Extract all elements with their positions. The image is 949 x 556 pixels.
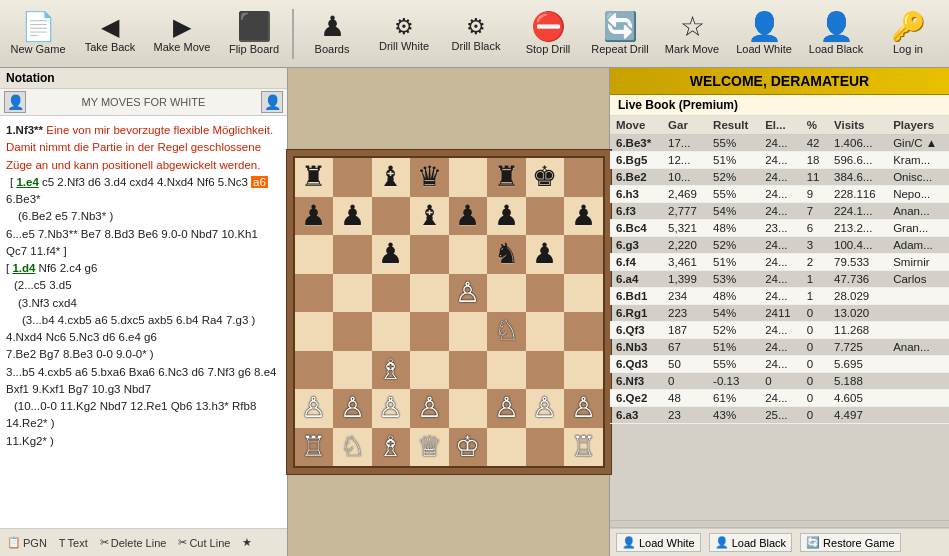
square-a4[interactable] [295,312,334,351]
square-d4[interactable] [410,312,449,351]
move-cell[interactable]: 6.Qf3 [610,322,662,339]
square-b7[interactable]: ♟ [333,197,372,236]
lb-load-white-button[interactable]: 👤 Load White [616,533,701,552]
col-players[interactable]: Players [887,116,949,135]
flip-board-button[interactable]: ⬛ Flip Board [218,2,290,66]
move-cell[interactable]: 6.Bd1 [610,288,662,305]
square-h1[interactable]: ♖ [564,428,603,467]
square-h2[interactable]: ♙ [564,389,603,428]
lb-load-black-button[interactable]: 👤 Load Black [709,533,792,552]
move-cell[interactable]: 6.h3 [610,186,662,203]
livebook-container[interactable]: Move Gar Result El... % Visits Players 6… [610,116,949,520]
square-f6[interactable]: ♞ [487,235,526,274]
square-a1[interactable]: ♖ [295,428,334,467]
stop-drill-button[interactable]: ⛔ Stop Drill [512,2,584,66]
square-f4[interactable]: ♘ [487,312,526,351]
square-g6[interactable]: ♟ [526,235,565,274]
star-button[interactable]: ★ [239,535,255,550]
square-c6[interactable]: ♟ [372,235,411,274]
square-d8[interactable]: ♛ [410,158,449,197]
move-cell[interactable]: 6.a3 [610,407,662,424]
square-e7[interactable]: ♟ [449,197,488,236]
square-e1[interactable]: ♔ [449,428,488,467]
square-e5[interactable]: ♙ [449,274,488,313]
square-a3[interactable] [295,351,334,390]
square-c7[interactable] [372,197,411,236]
col-el[interactable]: El... [759,116,801,135]
square-f1[interactable] [487,428,526,467]
move-cell[interactable]: 6.Qe2 [610,390,662,407]
move-cell[interactable]: 6.a4 [610,271,662,288]
move-cell[interactable]: 6.Nf3 [610,373,662,390]
square-f3[interactable] [487,351,526,390]
new-game-button[interactable]: 📄 New Game [2,2,74,66]
move-cell[interactable]: 6.Bc4 [610,220,662,237]
square-e8[interactable] [449,158,488,197]
square-b4[interactable] [333,312,372,351]
square-d1[interactable]: ♕ [410,428,449,467]
move-cell[interactable]: 6.Bg5 [610,152,662,169]
delete-line-button[interactable]: ✂ Delete Line [97,535,170,550]
square-h3[interactable] [564,351,603,390]
square-h5[interactable] [564,274,603,313]
square-c4[interactable] [372,312,411,351]
move-cell[interactable]: 6.Qd3 [610,356,662,373]
lb-restore-game-button[interactable]: 🔄 Restore Game [800,533,901,552]
square-b1[interactable]: ♘ [333,428,372,467]
square-d7[interactable]: ♝ [410,197,449,236]
square-b2[interactable]: ♙ [333,389,372,428]
move-cell[interactable]: 6.Nb3 [610,339,662,356]
make-move-button[interactable]: ▶ Make Move [146,2,218,66]
square-g4[interactable] [526,312,565,351]
square-d2[interactable]: ♙ [410,389,449,428]
square-f2[interactable]: ♙ [487,389,526,428]
col-visits[interactable]: Visits [828,116,887,135]
square-e6[interactable] [449,235,488,274]
move-cell[interactable]: 6.f4 [610,254,662,271]
move-cell[interactable]: 6.Be3* [610,135,662,152]
square-c5[interactable] [372,274,411,313]
square-c1[interactable]: ♗ [372,428,411,467]
square-f7[interactable]: ♟ [487,197,526,236]
square-g7[interactable] [526,197,565,236]
square-g1[interactable] [526,428,565,467]
square-h8[interactable] [564,158,603,197]
move-1e4[interactable]: 1.e4 [16,176,38,188]
col-pct[interactable]: % [801,116,828,135]
square-a8[interactable]: ♜ [295,158,334,197]
col-result[interactable]: Result [707,116,759,135]
move-cell[interactable]: 6.Be2 [610,169,662,186]
square-c3[interactable]: ♗ [372,351,411,390]
mark-move-button[interactable]: ☆ Mark Move [656,2,728,66]
square-a6[interactable] [295,235,334,274]
square-b3[interactable] [333,351,372,390]
square-h6[interactable] [564,235,603,274]
square-c8[interactable]: ♝ [372,158,411,197]
move-cell[interactable]: 6.Rg1 [610,305,662,322]
square-b6[interactable] [333,235,372,274]
square-e4[interactable] [449,312,488,351]
square-f5[interactable] [487,274,526,313]
repeat-drill-button[interactable]: 🔄 Repeat Drill [584,2,656,66]
take-back-button[interactable]: ◀ Take Back [74,2,146,66]
square-d6[interactable] [410,235,449,274]
col-gar[interactable]: Gar [662,116,707,135]
square-d3[interactable] [410,351,449,390]
square-g2[interactable]: ♙ [526,389,565,428]
square-g3[interactable] [526,351,565,390]
col-move[interactable]: Move [610,116,662,135]
move-1d4[interactable]: 1.d4 [12,262,35,274]
square-e2[interactable] [449,389,488,428]
square-a2[interactable]: ♙ [295,389,334,428]
drill-black-button[interactable]: ⚙ Drill Black [440,2,512,66]
move-cell[interactable]: 6.g3 [610,237,662,254]
log-in-button[interactable]: 🔑 Log in [872,2,944,66]
square-a7[interactable]: ♟ [295,197,334,236]
square-a5[interactable] [295,274,334,313]
square-f8[interactable]: ♜ [487,158,526,197]
cut-line-button[interactable]: ✂ Cut Line [175,535,233,550]
boards-button[interactable]: ♟ Boards [296,2,368,66]
square-h4[interactable] [564,312,603,351]
load-white-button[interactable]: 👤 Load White [728,2,800,66]
load-black-button[interactable]: 👤 Load Black [800,2,872,66]
